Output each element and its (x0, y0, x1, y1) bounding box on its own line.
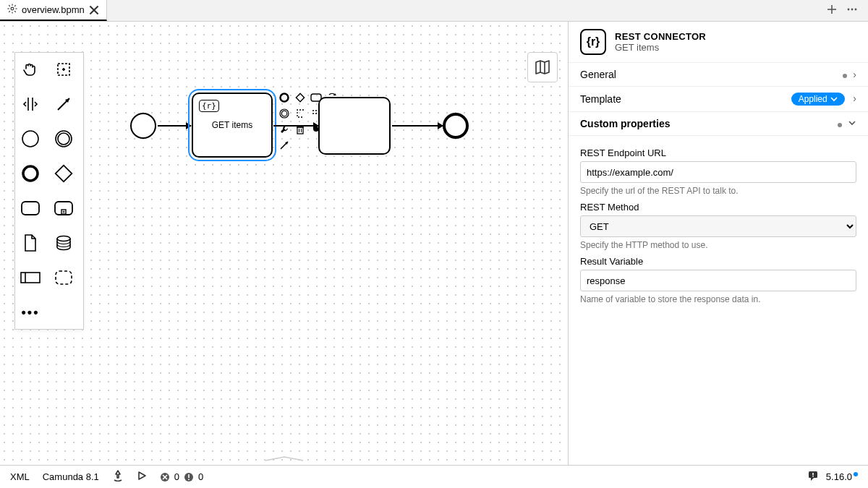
close-icon[interactable] (89, 5, 99, 15)
status-bar: XML Camunda 8.1 0 0 5.16.0 (0, 465, 868, 488)
svg-point-47 (312, 113, 314, 114)
section-custom-properties[interactable]: Custom properties (569, 112, 868, 136)
method-select[interactable]: GETPOSTPUTPATCHDELETE (580, 215, 856, 237)
task-empty[interactable] (318, 97, 391, 155)
append-gateway-icon[interactable] (294, 91, 307, 104)
tab-bar: overview.bpmn (0, 0, 868, 22)
text-annotation-icon[interactable] (294, 107, 307, 120)
connect-icon[interactable] (278, 139, 291, 152)
svg-point-37 (281, 94, 289, 102)
svg-point-15 (855, 8, 857, 10)
chevron-down-icon (848, 119, 856, 127)
svg-line-6 (14, 11, 16, 12)
end-event[interactable] (443, 113, 469, 139)
svg-rect-62 (188, 479, 190, 480)
chevron-down-icon (830, 95, 838, 103)
result-input[interactable] (580, 270, 856, 291)
svg-line-8 (9, 11, 10, 12)
tab-label: overview.bpmn (22, 4, 85, 15)
svg-point-43 (281, 111, 287, 116)
engine-label[interactable]: Camunda 8.1 (43, 471, 99, 482)
properties-panel: {r} REST CONNECTOR GET items General › T… (568, 22, 868, 465)
svg-point-44 (312, 110, 314, 111)
task-label: GET items (212, 120, 252, 130)
error-icon (160, 472, 170, 482)
append-intermediate-event-icon[interactable] (278, 107, 291, 120)
start-event[interactable] (130, 113, 156, 139)
section-general[interactable]: General › (569, 63, 868, 87)
svg-point-48 (315, 113, 317, 114)
feedback-icon[interactable] (807, 470, 819, 484)
template-applied-badge[interactable]: Applied (791, 93, 845, 106)
tabbar-actions (816, 0, 868, 21)
method-hint: Specify the HTTP method to use. (580, 240, 856, 250)
problems-summary[interactable]: 0 0 (160, 471, 203, 482)
sequence-flow[interactable] (273, 125, 318, 127)
panel-resize-handle[interactable] (263, 455, 306, 463)
warning-icon (184, 472, 194, 482)
append-end-event-icon[interactable] (278, 91, 291, 104)
deploy-icon[interactable] (112, 470, 124, 484)
xml-toggle[interactable]: XML (10, 471, 30, 482)
svg-rect-38 (296, 93, 304, 101)
svg-line-5 (9, 5, 10, 7)
svg-rect-50 (297, 127, 303, 134)
svg-rect-61 (188, 474, 190, 478)
version-label[interactable]: 5.16.0 (826, 471, 858, 482)
task-get-items[interactable]: {r} GET items (192, 93, 273, 158)
svg-marker-64 (811, 478, 814, 481)
panel-element-name: GET items (615, 42, 706, 53)
bpmn-canvas[interactable]: ••• {r} GET items (0, 22, 568, 465)
panel-header: {r} REST CONNECTOR GET items (569, 22, 868, 63)
svg-line-7 (14, 5, 16, 7)
svg-point-13 (848, 8, 850, 10)
sequence-flow[interactable] (158, 125, 191, 127)
svg-rect-65 (812, 473, 814, 476)
gear-icon (7, 4, 17, 16)
svg-point-14 (851, 8, 854, 10)
connector-marker-icon: {r} (199, 100, 219, 112)
svg-point-45 (315, 110, 317, 111)
panel-type-label: REST CONNECTOR (615, 31, 706, 42)
url-input[interactable] (580, 161, 856, 183)
svg-point-0 (11, 7, 14, 10)
connector-icon: {r} (580, 29, 606, 55)
result-hint: Name of variable to store the response d… (580, 294, 856, 304)
update-dot-icon (854, 472, 858, 476)
more-icon[interactable] (846, 4, 858, 18)
chevron-right-icon: › (853, 93, 856, 104)
chevron-right-icon: › (853, 69, 856, 80)
result-label: Result Variable (580, 256, 856, 267)
svg-marker-56 (139, 472, 145, 479)
url-hint: Specify the url of the REST API to talk … (580, 186, 856, 196)
url-label: REST Endpoint URL (580, 147, 856, 158)
new-tab-icon[interactable] (826, 4, 838, 18)
tab-overview-bpmn[interactable]: overview.bpmn (0, 0, 107, 21)
method-label: REST Method (580, 202, 856, 213)
section-template[interactable]: Template Applied › (569, 87, 868, 112)
svg-rect-66 (812, 476, 814, 476)
sequence-flow[interactable] (392, 125, 443, 127)
run-icon[interactable] (137, 471, 147, 483)
